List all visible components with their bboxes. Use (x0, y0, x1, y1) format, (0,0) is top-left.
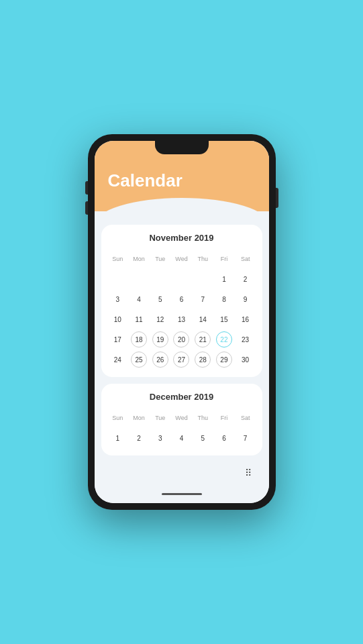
nov-day-9[interactable]: 9 (236, 290, 256, 309)
col-thu-nov: Thu (193, 250, 213, 268)
dec-day-2[interactable]: 2 (129, 429, 149, 447)
header-curve (95, 198, 269, 225)
nov-empty-4 (172, 270, 192, 288)
col-fri-dec: Fri (214, 409, 234, 427)
december-grid: Sun Mon Tue Wed Thu Fri Sat 1 2 3 4 5 6 … (108, 409, 256, 447)
bottom-toolbar: ⠿ (101, 462, 262, 484)
home-indicator[interactable] (162, 493, 202, 495)
col-sun-dec: Sun (108, 409, 128, 427)
nov-day-29[interactable]: 29 (216, 352, 232, 368)
nov-day-14[interactable]: 14 (193, 310, 213, 329)
calendar-content[interactable]: November 2019 Sun Mon Tue Wed Thu Fri Sa… (95, 211, 269, 503)
nov-day-10[interactable]: 10 (108, 310, 128, 329)
col-sun-nov: Sun (108, 250, 128, 268)
nov-day-2[interactable]: 2 (236, 270, 256, 288)
col-sat-nov: Sat (236, 250, 256, 268)
nov-day-18[interactable]: 18 (131, 331, 147, 347)
nov-day-13[interactable]: 13 (172, 310, 192, 329)
nov-day-3[interactable]: 3 (108, 290, 128, 309)
col-sat-dec: Sat (236, 409, 256, 427)
nov-empty-3 (150, 270, 170, 288)
col-tue-dec: Tue (150, 409, 170, 427)
grid-menu-icon[interactable]: ⠿ (245, 468, 253, 478)
nov-day-20[interactable]: 20 (173, 331, 189, 347)
nov-day-12[interactable]: 12 (150, 310, 170, 329)
col-mon-nov: Mon (129, 250, 149, 268)
nov-day-1[interactable]: 1 (214, 270, 234, 288)
app-title: Calendar (108, 170, 256, 191)
dec-day-4[interactable]: 4 (172, 429, 192, 447)
power-button[interactable] (276, 188, 278, 208)
nov-day-23[interactable]: 23 (236, 330, 256, 349)
nov-day-26[interactable]: 26 (152, 352, 168, 368)
volume-up-button[interactable] (85, 181, 88, 195)
nov-day-11[interactable]: 11 (129, 310, 149, 329)
nov-empty-5 (193, 270, 213, 288)
dec-day-6[interactable]: 6 (214, 429, 234, 447)
col-mon-dec: Mon (129, 409, 149, 427)
november-calendar: November 2019 Sun Mon Tue Wed Thu Fri Sa… (101, 225, 262, 377)
nov-day-25[interactable]: 25 (131, 352, 147, 368)
nov-day-16[interactable]: 16 (236, 310, 256, 329)
col-tue-nov: Tue (150, 250, 170, 268)
volume-down-button[interactable] (85, 201, 88, 215)
dec-day-5[interactable]: 5 (193, 429, 213, 447)
nov-day-7[interactable]: 7 (193, 290, 213, 309)
dec-day-7[interactable]: 7 (236, 429, 256, 447)
nov-empty-2 (129, 270, 149, 288)
phone-frame: Calendar November 2019 Sun Mon Tue Wed T… (88, 134, 276, 510)
col-wed-nov: Wed (172, 250, 192, 268)
nov-day-4[interactable]: 4 (129, 290, 149, 309)
nov-day-15[interactable]: 15 (214, 310, 234, 329)
nov-day-24[interactable]: 24 (108, 350, 128, 369)
nov-day-5[interactable]: 5 (150, 290, 170, 309)
dec-day-3[interactable]: 3 (150, 429, 170, 447)
nov-day-30[interactable]: 30 (236, 350, 256, 369)
nov-day-8[interactable]: 8 (214, 290, 234, 309)
col-fri-nov: Fri (214, 250, 234, 268)
december-calendar: December 2019 Sun Mon Tue Wed Thu Fri Sa… (101, 384, 262, 455)
november-title: November 2019 (108, 233, 256, 243)
nov-day-27[interactable]: 27 (173, 352, 189, 368)
nov-day-28[interactable]: 28 (195, 352, 211, 368)
notch (155, 141, 209, 154)
nov-day-22[interactable]: 22 (216, 331, 232, 347)
nov-day-17[interactable]: 17 (108, 330, 128, 349)
november-grid: Sun Mon Tue Wed Thu Fri Sat 1 2 3 (108, 250, 256, 369)
nov-day-19[interactable]: 19 (152, 331, 168, 347)
december-title: December 2019 (108, 392, 256, 402)
dec-day-1[interactable]: 1 (108, 429, 128, 447)
col-thu-dec: Thu (193, 409, 213, 427)
nov-empty-1 (108, 270, 128, 288)
nov-day-6[interactable]: 6 (172, 290, 192, 309)
nov-day-21[interactable]: 21 (195, 331, 211, 347)
phone-screen: Calendar November 2019 Sun Mon Tue Wed T… (95, 141, 269, 503)
col-wed-dec: Wed (172, 409, 192, 427)
